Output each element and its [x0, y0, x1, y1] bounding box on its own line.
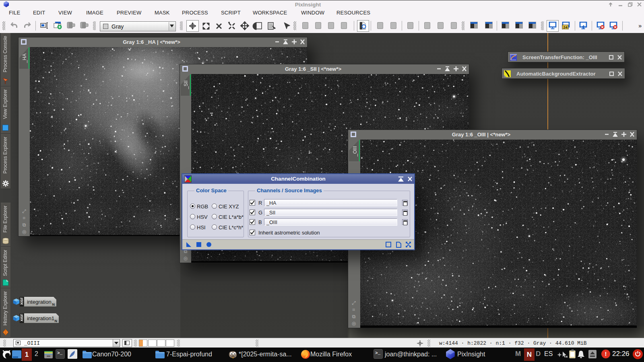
svg-text:24: 24: [563, 25, 568, 29]
